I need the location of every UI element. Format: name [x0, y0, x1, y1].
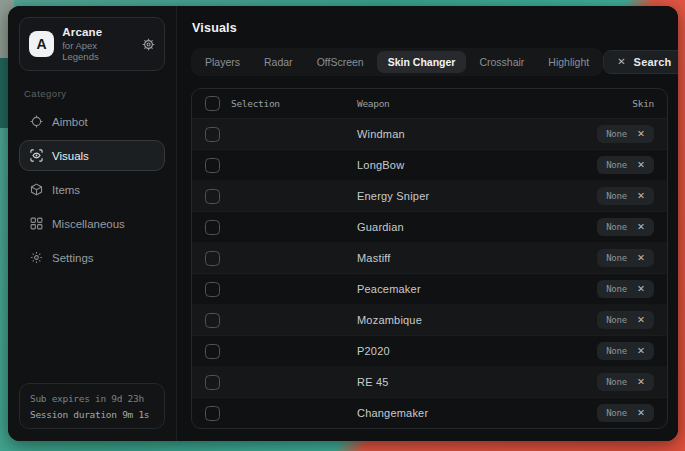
- grid-icon: [30, 217, 43, 230]
- skin-value: None: [606, 253, 627, 263]
- app-name: Arcane: [62, 26, 134, 38]
- x-icon[interactable]: ✕: [637, 129, 645, 139]
- search-button-label: Search: [634, 56, 672, 68]
- skin-chip[interactable]: None ✕: [597, 342, 654, 360]
- tab-players[interactable]: Players: [194, 51, 251, 73]
- session-duration-text: Session duration 9m 1s: [30, 409, 154, 420]
- select-all-checkbox[interactable]: [205, 96, 220, 111]
- tab-bar: Players Radar OffScreen Skin Changer Cro…: [191, 48, 603, 76]
- tab-skin-changer[interactable]: Skin Changer: [377, 51, 467, 73]
- weapon-name: Mozambique: [357, 314, 597, 326]
- x-icon[interactable]: ✕: [637, 346, 645, 356]
- skin-chip[interactable]: None ✕: [597, 280, 654, 298]
- x-icon[interactable]: ✕: [637, 315, 645, 325]
- row-checkbox[interactable]: [205, 220, 220, 235]
- sidebar-nav: Aimbot Visuals: [19, 106, 165, 273]
- app-subtitle: for Apex Legends: [62, 40, 134, 62]
- table-row: RE 45 None ✕: [192, 367, 667, 398]
- column-skin: Skin: [632, 98, 654, 109]
- skin-value: None: [606, 346, 627, 356]
- x-icon[interactable]: ✕: [637, 160, 645, 170]
- table-row: Windman None ✕: [192, 119, 667, 150]
- skin-value: None: [606, 222, 627, 232]
- crosshair-icon: [30, 115, 43, 128]
- row-checkbox[interactable]: [205, 158, 220, 173]
- x-icon[interactable]: ✕: [637, 408, 645, 418]
- row-checkbox[interactable]: [205, 251, 220, 266]
- skin-chip[interactable]: None ✕: [597, 373, 654, 391]
- skin-chip[interactable]: None ✕: [597, 156, 654, 174]
- table-row: LongBow None ✕: [192, 150, 667, 181]
- page-title: Visuals: [192, 21, 668, 35]
- row-checkbox[interactable]: [205, 282, 220, 297]
- brand-text: Arcane for Apex Legends: [62, 26, 134, 62]
- sidebar-item-label: Items: [52, 184, 80, 196]
- sidebar-item-aimbot[interactable]: Aimbot: [19, 106, 165, 137]
- tab-crosshair[interactable]: Crosshair: [468, 51, 535, 73]
- table-body: Windman None ✕ LongBow None ✕: [192, 119, 667, 428]
- weapon-name: Guardian: [357, 221, 597, 233]
- box-icon: [30, 183, 43, 196]
- sidebar-item-items[interactable]: Items: [19, 174, 165, 205]
- x-icon[interactable]: ✕: [637, 191, 645, 201]
- gear-icon: [30, 251, 43, 264]
- weapon-name: Mastiff: [357, 252, 597, 264]
- table-row: Changemaker None ✕: [192, 398, 667, 428]
- sidebar-item-label: Settings: [52, 252, 94, 264]
- x-icon[interactable]: ✕: [637, 377, 645, 387]
- row-checkbox[interactable]: [205, 127, 220, 142]
- table-header: Selection Weapon Skin: [192, 89, 667, 119]
- table-row: P2020 None ✕: [192, 336, 667, 367]
- brand-card: A Arcane for Apex Legends: [19, 17, 165, 71]
- tabs-row: Players Radar OffScreen Skin Changer Cro…: [191, 48, 668, 76]
- skin-chip[interactable]: None ✕: [597, 311, 654, 329]
- sidebar-item-label: Miscellaneous: [52, 218, 125, 230]
- sub-expiry-text: Sub expires in 9d 23h: [30, 393, 154, 404]
- skin-chip[interactable]: None ✕: [597, 125, 654, 143]
- column-weapon: Weapon: [357, 98, 632, 109]
- table-row: Guardian None ✕: [192, 212, 667, 243]
- column-selection: Selection: [231, 98, 280, 109]
- weapon-name: Windman: [357, 128, 597, 140]
- row-checkbox[interactable]: [205, 375, 220, 390]
- category-label: Category: [24, 88, 160, 99]
- x-icon[interactable]: ✕: [637, 253, 645, 263]
- skin-value: None: [606, 160, 627, 170]
- sidebar-item-settings[interactable]: Settings: [19, 242, 165, 273]
- weapon-name: LongBow: [357, 159, 597, 171]
- skin-value: None: [606, 377, 627, 387]
- skin-value: None: [606, 129, 627, 139]
- sidebar-item-visuals[interactable]: Visuals: [19, 140, 165, 171]
- sidebar-item-miscellaneous[interactable]: Miscellaneous: [19, 208, 165, 239]
- x-icon[interactable]: ✕: [637, 284, 645, 294]
- skin-chip[interactable]: None ✕: [597, 218, 654, 236]
- tab-radar[interactable]: Radar: [253, 51, 304, 73]
- weapon-name: RE 45: [357, 376, 597, 388]
- main-panel: Visuals Players Radar OffScreen Skin Cha…: [177, 6, 678, 441]
- skin-table: Selection Weapon Skin Windman None ✕ Lon…: [191, 88, 668, 429]
- skin-chip[interactable]: None ✕: [597, 404, 654, 422]
- row-checkbox[interactable]: [205, 406, 220, 421]
- weapon-name: P2020: [357, 345, 597, 357]
- skin-chip[interactable]: None ✕: [597, 187, 654, 205]
- row-checkbox[interactable]: [205, 313, 220, 328]
- row-checkbox[interactable]: [205, 189, 220, 204]
- sidebar-item-label: Aimbot: [52, 116, 88, 128]
- tab-highlight[interactable]: Highlight: [537, 51, 600, 73]
- weapon-name: Peacemaker: [357, 283, 597, 295]
- tab-offscreen[interactable]: OffScreen: [306, 51, 375, 73]
- table-row: Energy Sniper None ✕: [192, 181, 667, 212]
- skin-value: None: [606, 284, 627, 294]
- app-logo: A: [29, 31, 54, 57]
- x-icon[interactable]: ✕: [637, 222, 645, 232]
- skin-value: None: [606, 191, 627, 201]
- gear-icon[interactable]: [142, 38, 155, 51]
- table-row: Mozambique None ✕: [192, 305, 667, 336]
- skin-value: None: [606, 315, 627, 325]
- row-checkbox[interactable]: [205, 344, 220, 359]
- skin-chip[interactable]: None ✕: [597, 249, 654, 267]
- table-row: Mastiff None ✕: [192, 243, 667, 274]
- search-button[interactable]: ✕ Search: [603, 50, 678, 74]
- x-icon: ✕: [617, 57, 625, 67]
- sidebar: A Arcane for Apex Legends Category: [8, 6, 177, 441]
